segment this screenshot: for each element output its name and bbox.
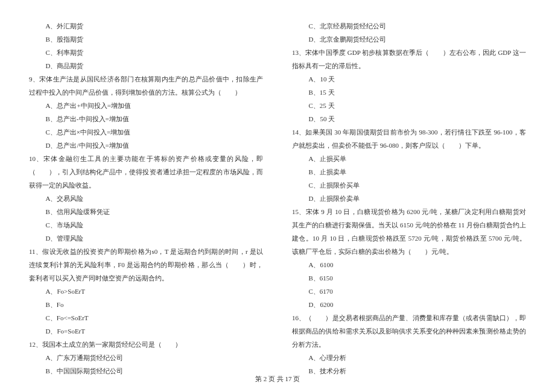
q8-option-a: A、外汇期货: [29, 19, 263, 33]
q16-option-a: A、心理分析: [292, 351, 526, 364]
q14-option-d: D、止损限价卖单: [292, 192, 526, 205]
q8-option-b: B、股指期货: [29, 33, 263, 46]
left-column: A、外汇期货 B、股指期货 C、利率期货 D、商品期货 9、宋体生产法是从国民经…: [29, 19, 263, 378]
q12-option-c: C、北京经易期货经纪公司: [292, 19, 526, 33]
q8-option-c: C、利率期货: [29, 46, 263, 59]
q10-option-b: B、信用风险缓释凭证: [29, 205, 263, 218]
q11-option-d: D、Fo=SoErT: [29, 324, 263, 338]
q15-stem: 15、宋体 9 月 10 日，白糖现货价格为 6200 元/吨，某糖厂决定利用白…: [292, 205, 526, 258]
q16-stem: 16、（ ）是交易者根据商品的产量、消费量和库存量（或者供需缺口），即根据商品的…: [292, 311, 526, 351]
q13-option-b: B、15 天: [292, 86, 526, 99]
q14-option-b: B、止损卖单: [292, 165, 526, 179]
q9-option-c: C、总产出×中间投入=增加值: [29, 125, 263, 139]
q13-option-c: C、25 天: [292, 99, 526, 112]
q13-stem: 13、宋体中国季度 GDP 初步核算数据在季后（ ）左右公布，因此 GDP 这一…: [292, 46, 526, 72]
q13-option-a: A、10 天: [292, 72, 526, 86]
q12-stem: 12、我国本土成立的第一家期货经纪公司是（ ）: [29, 338, 263, 351]
page-body: A、外汇期货 B、股指期货 C、利率期货 D、商品期货 9、宋体生产法是从国民经…: [0, 0, 555, 378]
q10-option-c: C、市场风险: [29, 218, 263, 232]
q14-stem: 14、如果美国 30 年期国债期货目前市价为 98-300，若行情往下跌至 96…: [292, 125, 526, 152]
q15-option-d: D、6200: [292, 298, 526, 311]
q9-option-a: A、总产出+中间投入=增加值: [29, 99, 263, 112]
q14-option-c: C、止损限价买单: [292, 179, 526, 192]
q12-option-d: D、北京金鹏期货经纪公司: [292, 33, 526, 46]
q15-option-a: A、6100: [292, 258, 526, 271]
q15-option-c: C、6170: [292, 285, 526, 298]
q9-option-d: D、总产出/中间投入=增加值: [29, 139, 263, 152]
q11-option-c: C、Fo<=SoErT: [29, 311, 263, 324]
q10-option-a: A、交易风险: [29, 192, 263, 205]
q12-option-a: A、广东万通期货经纪公司: [29, 351, 263, 364]
q15-option-b: B、6150: [292, 271, 526, 285]
right-column: C、北京经易期货经纪公司 D、北京金鹏期货经纪公司 13、宋体中国季度 GDP …: [292, 19, 526, 378]
q13-option-d: D、50 天: [292, 112, 526, 125]
q9-option-b: B、总产出-中间投入=增加值: [29, 112, 263, 125]
q14-option-a: A、止损买单: [292, 152, 526, 165]
q9-stem: 9、宋体生产法是从国民经济各部门在核算期内生产的总产品价值中，扣除生产过程中投入…: [29, 72, 263, 99]
q11-option-a: A、Fo>SoErT: [29, 285, 263, 298]
q10-stem: 10、宋体金融衍生工具的主要功能在于将标的资产价格或变量的风险，即（ ），引入到…: [29, 152, 263, 192]
q11-stem: 11、假设无收益的投资资产的即期价格为s0，T 是远期合约到期的时间，r 是以连…: [29, 245, 263, 285]
q11-option-b: B、Fo: [29, 298, 263, 311]
q8-option-d: D、商品期货: [29, 59, 263, 72]
q10-option-d: D、管理风险: [29, 232, 263, 245]
page-footer: 第 2 页 共 17 页: [0, 375, 555, 384]
